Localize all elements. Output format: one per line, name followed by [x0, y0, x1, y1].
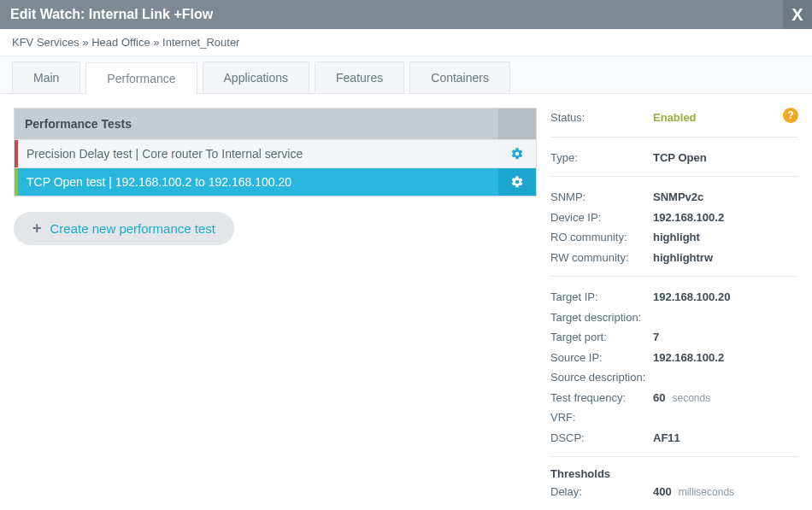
breadcrumb-item[interactable]: KFV Services	[12, 36, 79, 49]
target-port-value: 7	[653, 329, 798, 346]
vrf-value	[653, 409, 798, 426]
plus-icon: +	[32, 220, 42, 237]
breadcrumb-item[interactable]: Internet_Router	[162, 36, 239, 49]
target-port-label: Target port:	[550, 329, 653, 346]
test-row-settings-button[interactable]	[498, 168, 536, 196]
status-value: Enabled	[653, 109, 798, 126]
dscp-value: AF11	[653, 430, 798, 447]
seconds-unit: seconds	[672, 392, 710, 404]
tab-main[interactable]: Main	[12, 62, 80, 93]
test-row-selected[interactable]: TCP Open test | 192.168.100.2 to 192.168…	[15, 167, 536, 196]
test-row[interactable]: Precision Delay test | Core router To In…	[15, 139, 536, 167]
target-desc-value	[653, 309, 798, 326]
breadcrumb-item[interactable]: Head Office	[91, 36, 150, 49]
rw-community-value: highlightrw	[653, 249, 798, 267]
ro-community-value: highlight	[653, 229, 798, 246]
close-icon: X	[791, 5, 803, 25]
tab-containers[interactable]: Containers	[409, 62, 510, 93]
tab-performance[interactable]: Performance	[85, 62, 197, 94]
tests-header-label: Performance Tests	[15, 108, 498, 139]
source-desc-value	[653, 369, 798, 386]
gear-icon	[510, 175, 524, 189]
test-freq-value: 60seconds	[653, 390, 798, 407]
source-ip-label: Source IP:	[550, 349, 653, 366]
target-desc-label: Target description:	[550, 309, 653, 326]
help-icon: ?	[787, 109, 793, 121]
thresholds-heading: Thresholds	[550, 467, 798, 480]
snmp-label: SNMP:	[550, 189, 653, 206]
delay-value: 400milliseconds	[653, 484, 798, 501]
rw-community-label: RW community:	[550, 249, 653, 267]
type-value: TCP Open	[653, 149, 798, 167]
status-label: Status:	[550, 109, 653, 126]
help-button[interactable]: ?	[783, 108, 798, 123]
test-row-settings-button[interactable]	[498, 140, 536, 167]
title-bar: Edit Watch: Internal Link +Flow X	[0, 0, 812, 29]
device-ip-value: 192.168.100.2	[653, 209, 798, 226]
test-row-label: TCP Open test | 192.168.100.2 to 192.168…	[18, 168, 498, 196]
ms-unit: milliseconds	[679, 486, 734, 498]
test-row-label: Precision Delay test | Core router To In…	[18, 140, 498, 167]
target-ip-value: 192.168.100.20	[653, 289, 798, 306]
delay-label: Delay:	[550, 484, 653, 501]
snmp-value: SNMPv2c	[653, 189, 798, 206]
source-ip-value: 192.168.100.2	[653, 349, 798, 366]
target-ip-label: Target IP:	[550, 289, 653, 306]
breadcrumb: KFV Services » Head Office » Internet_Ro…	[0, 29, 812, 56]
tests-table-header: Performance Tests	[15, 108, 536, 139]
tab-applications[interactable]: Applications	[203, 62, 310, 93]
gear-icon	[510, 147, 524, 161]
type-label: Type:	[550, 149, 653, 167]
create-test-button[interactable]: + Create new performance test	[14, 212, 234, 245]
dscp-label: DSCP:	[550, 430, 653, 447]
ro-community-label: RO community:	[550, 229, 653, 246]
device-ip-label: Device IP:	[550, 209, 653, 226]
vrf-label: VRF:	[550, 409, 653, 426]
test-freq-label: Test frequency:	[550, 390, 653, 407]
dialog-title: Edit Watch: Internal Link +Flow	[10, 7, 213, 22]
close-button[interactable]: X	[783, 0, 812, 29]
tests-header-actions	[498, 108, 536, 139]
create-test-label: Create new performance test	[50, 221, 215, 236]
details-panel: ? Status: Enabled Type: TCP Open SNMP:SN…	[550, 108, 798, 510]
tests-panel: Performance Tests Precision Delay test |…	[14, 108, 537, 510]
tab-bar: Main Performance Applications Features C…	[0, 56, 812, 94]
source-desc-label: Source description:	[550, 369, 653, 386]
tab-features[interactable]: Features	[315, 62, 404, 93]
